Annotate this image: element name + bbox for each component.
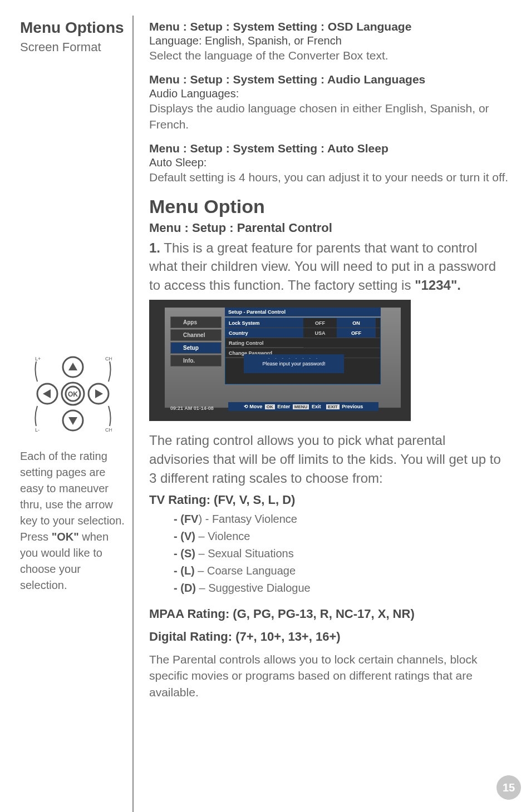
setting-desc: Default setting is 4 hours, you can adju… [149, 169, 509, 185]
osd-tab: Channel [170, 329, 222, 341]
block-audio-languages: Menu : Setup : System Setting : Audio La… [149, 72, 509, 133]
osd-timestamp: 09:21 AM 01-14-08 [170, 405, 214, 411]
pad-label-bl: L- [35, 427, 40, 433]
setting-label: Auto Sleep: [149, 156, 509, 169]
rating-item: - (FV) - Fantasy Violence [149, 511, 509, 528]
rating-item: - (S) – Sexual Situations [149, 545, 509, 562]
rating-item: - (L) – Coarse Language [149, 562, 509, 580]
rating-item: - (D) – Suggestive Dialogue [149, 580, 509, 597]
pad-label-br: CH [105, 427, 112, 433]
tv-rating-heading: TV Rating: (FV, V, S, L, D) [149, 493, 509, 507]
page-number-badge: 15 [496, 775, 521, 800]
arrow-right-icon [95, 389, 103, 398]
parental-control-screenshot: Setup - Parental Control Apps Channel Se… [149, 300, 411, 421]
sidebar: Menu Options Screen Format L+ CH L- CH [20, 16, 134, 812]
osd-password-prompt: - - - - - - - - Please input your passwo… [244, 354, 344, 373]
pad-label-tr: CH [105, 356, 112, 362]
pad-label-tl: L+ [35, 356, 41, 362]
osd-tab: Apps [170, 316, 222, 328]
ok-label: OK [68, 390, 78, 398]
setting-label: Language: English, Spanish, or French [149, 34, 509, 47]
breadcrumb: Menu : Setup : Parental Control [149, 221, 509, 235]
digital-heading: Digital Rating: (7+, 10+, 13+, 16+) [149, 628, 509, 646]
sidebar-help-text: Each of the rating setting pages are eas… [20, 448, 126, 593]
sidebar-subtitle: Screen Format [20, 40, 126, 55]
parental-paragraph: 1. This is a great feature for parents t… [149, 239, 509, 295]
osd-tab-selected: Setup [170, 342, 222, 354]
arrow-down-icon [68, 417, 77, 425]
breadcrumb: Menu : Setup : System Setting : Audio La… [149, 72, 509, 87]
main-content: Menu : Setup : System Setting : OSD Lang… [149, 16, 509, 812]
menu-option-heading: Menu Option [149, 196, 509, 217]
osd-side-tabs: Apps Channel Setup Info. [170, 316, 222, 368]
osd-settings-panel: Lock SystemOFFON CountryUSAOFF Rating Co… [225, 318, 381, 384]
page: Menu Options Screen Format L+ CH L- CH [0, 0, 531, 812]
rating-intro-text: The rating control allows you to pick wh… [149, 431, 509, 487]
breadcrumb: Menu : Setup : System Setting : OSD Lang… [149, 19, 509, 34]
block-osd-language: Menu : Setup : System Setting : OSD Lang… [149, 19, 509, 64]
sidebar-title: Menu Options [20, 19, 126, 37]
osd-panel-header: Setup - Parental Control [225, 308, 381, 316]
arrow-left-icon [43, 389, 51, 398]
osd-key-hints: ⟲ Move OK Enter MENU Exit EXIT Previous [228, 402, 378, 411]
setting-desc: Displays the audio language chosen in ei… [149, 100, 509, 133]
setting-label: Audio Languages: [149, 87, 509, 100]
block-auto-sleep: Menu : Setup : System Setting : Auto Sle… [149, 141, 509, 186]
setting-desc: Select the language of the Converter Box… [149, 47, 509, 63]
ok-dpad-diagram: L+ CH L- CH OK [34, 355, 112, 433]
osd-tab: Info. [170, 355, 222, 367]
final-paragraph: The Parental controls allows you to lock… [149, 651, 509, 700]
arrow-up-icon [68, 363, 77, 370]
breadcrumb: Menu : Setup : System Setting : Auto Sle… [149, 141, 509, 156]
rating-item: - (V) – Violence [149, 528, 509, 545]
mpaa-heading: MPAA Rating: (G, PG, PG-13, R, NC-17, X,… [149, 606, 509, 623]
